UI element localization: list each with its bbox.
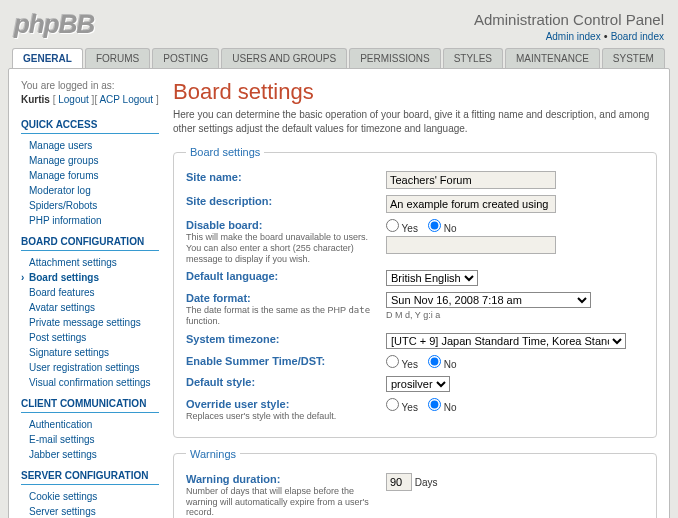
page-title: Administration Control Panel <box>474 11 664 28</box>
login-info: You are logged in as: Kurtis [ Logout ][… <box>21 79 159 107</box>
label-lang: Default language: <box>186 270 278 282</box>
fieldset-board-settings: Board settings Site name: Site descripti… <box>173 146 657 438</box>
hint-disable: This will make the board unavailable to … <box>186 232 381 264</box>
select-tz[interactable]: [UTC + 9] Japan Standard Time, Korea Sta… <box>386 333 626 349</box>
label-tz: System timezone: <box>186 333 280 345</box>
radio-disable-yes[interactable] <box>386 219 399 232</box>
label-sitedesc: Site description: <box>186 195 272 207</box>
link-logout[interactable]: Logout <box>58 94 89 105</box>
radio-override-yes[interactable] <box>386 398 399 411</box>
link-board-index[interactable]: Board index <box>611 31 664 42</box>
radio-dst-no[interactable] <box>428 355 441 368</box>
label-datefmt: Date format: <box>186 292 251 304</box>
legend: Warnings <box>186 448 240 460</box>
sidebar-item[interactable]: User registration settings <box>21 360 159 375</box>
sidebar-item[interactable]: Attachment settings <box>21 255 159 270</box>
sidebar-item[interactable]: Post settings <box>21 330 159 345</box>
hint-override: Replaces user's style with the default. <box>186 411 381 422</box>
tab-forums[interactable]: FORUMS <box>85 48 150 68</box>
tab-styles[interactable]: STYLES <box>443 48 503 68</box>
sidebar-item[interactable]: Moderator log <box>21 183 159 198</box>
input-sitename[interactable] <box>386 171 556 189</box>
radio-dst-yes[interactable] <box>386 355 399 368</box>
label-style: Default style: <box>186 376 255 388</box>
tab-system[interactable]: SYSTEM <box>602 48 665 68</box>
hint-datefmt: The date format is the same as the PHP d… <box>186 305 381 327</box>
sep: • <box>601 30 611 42</box>
content-intro: Here you can determine the basic operati… <box>173 108 657 136</box>
sidebar-item[interactable]: E-mail settings <box>21 432 159 447</box>
sidebar-heading: BOARD CONFIGURATION <box>21 234 159 251</box>
tab-users-groups[interactable]: USERS AND GROUPS <box>221 48 347 68</box>
radio-override-no[interactable] <box>428 398 441 411</box>
sidebar-item[interactable]: Board settings <box>21 270 159 285</box>
tab-posting[interactable]: POSTING <box>152 48 219 68</box>
sidebar-item[interactable]: Authentication <box>21 417 159 432</box>
main-tabs: GENERAL FORUMS POSTING USERS AND GROUPS … <box>8 48 670 68</box>
tab-general[interactable]: GENERAL <box>12 48 83 68</box>
label-warning-duration: Warning duration: <box>186 473 280 485</box>
sidebar-item[interactable]: Manage users <box>21 138 159 153</box>
label-override: Override user style: <box>186 398 289 410</box>
sidebar-item[interactable]: PHP information <box>21 213 159 228</box>
fieldset-warnings: Warnings Warning duration:Number of days… <box>173 448 657 518</box>
sidebar-item[interactable]: Spiders/Robots <box>21 198 159 213</box>
tab-permissions[interactable]: PERMISSIONS <box>349 48 440 68</box>
hint-warning-duration: Number of days that will elapse before t… <box>186 486 381 518</box>
sidebar-item[interactable]: Manage forums <box>21 168 159 183</box>
username: Kurtis <box>21 94 50 105</box>
select-datefmt[interactable]: Sun Nov 16, 2008 7:18 am <box>386 292 591 308</box>
sidebar-heading: CLIENT COMMUNICATION <box>21 396 159 413</box>
text-datefmt-raw: D M d, Y g:i a <box>386 310 644 320</box>
radio-disable-no[interactable] <box>428 219 441 232</box>
sidebar-heading: SERVER CONFIGURATION <box>21 468 159 485</box>
sidebar-heading: QUICK ACCESS <box>21 117 159 134</box>
select-lang[interactable]: British English <box>386 270 478 286</box>
sidebar-item[interactable]: Private message settings <box>21 315 159 330</box>
sidebar-item[interactable]: Manage groups <box>21 153 159 168</box>
label-dst: Enable Summer Time/DST: <box>186 355 325 367</box>
legend: Board settings <box>186 146 264 158</box>
link-acp-logout[interactable]: ACP Logout <box>99 94 153 105</box>
sidebar-item[interactable]: Avatar settings <box>21 300 159 315</box>
label-disable: Disable board: <box>186 219 262 231</box>
tab-maintenance[interactable]: MAINTENANCE <box>505 48 600 68</box>
input-disable-msg[interactable] <box>386 236 556 254</box>
content-title: Board settings <box>173 79 657 105</box>
input-sitedesc[interactable] <box>386 195 556 213</box>
sidebar-item[interactable]: Board features <box>21 285 159 300</box>
select-style[interactable]: prosilver <box>386 376 450 392</box>
link-admin-index[interactable]: Admin index <box>546 31 601 42</box>
unit-days: Days <box>415 477 438 488</box>
sidebar-item[interactable]: Signature settings <box>21 345 159 360</box>
sidebar-item[interactable]: Visual confirmation settings <box>21 375 159 390</box>
sidebar-item[interactable]: Cookie settings <box>21 489 159 504</box>
logo: phpBB <box>14 9 94 42</box>
label-sitename: Site name: <box>186 171 242 183</box>
sidebar-item[interactable]: Jabber settings <box>21 447 159 462</box>
sidebar-item[interactable]: Server settings <box>21 504 159 518</box>
input-warning-duration[interactable] <box>386 473 412 491</box>
